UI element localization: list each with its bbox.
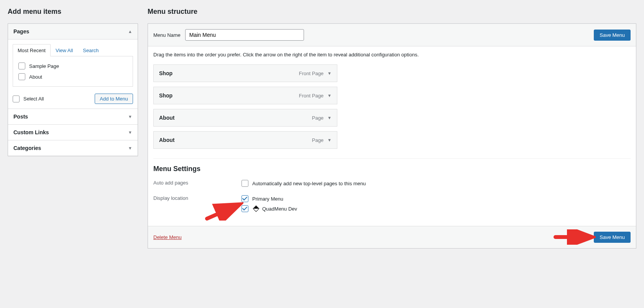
page-item-sample: Sample Page bbox=[18, 63, 127, 69]
caret-down-icon: ▼ bbox=[128, 130, 132, 135]
page-item-label: Sample Page bbox=[29, 63, 59, 69]
menu-settings: Menu Settings Auto add pages Automatical… bbox=[153, 158, 631, 215]
save-menu-button-top[interactable]: Save Menu bbox=[594, 30, 631, 41]
tab-view-all[interactable]: View All bbox=[51, 44, 78, 56]
chevron-down-icon[interactable]: ▼ bbox=[327, 93, 332, 98]
caret-down-icon: ▼ bbox=[128, 146, 132, 150]
tab-most-recent[interactable]: Most Recent bbox=[13, 44, 51, 56]
add-menu-items-heading: Add menu items bbox=[8, 8, 138, 16]
checkbox-sample-page[interactable] bbox=[18, 63, 25, 69]
menu-item-about-1[interactable]: About Page ▼ bbox=[153, 109, 337, 127]
accordion-posts[interactable]: Posts ▼ bbox=[8, 109, 138, 124]
chevron-down-icon[interactable]: ▼ bbox=[327, 71, 332, 76]
diamond-icon bbox=[253, 206, 260, 212]
add-to-menu-button[interactable]: Add to Menu bbox=[95, 94, 133, 104]
menu-edit-panel: Menu Name Save Menu Drag the items into … bbox=[148, 23, 636, 249]
chevron-down-icon[interactable]: ▼ bbox=[327, 115, 332, 120]
menu-item-title: Shop bbox=[159, 70, 172, 76]
caret-up-icon: ▲ bbox=[128, 29, 132, 34]
auto-add-row: Auto add pages Automatically add new top… bbox=[153, 180, 631, 190]
add-row: Select All Add to Menu bbox=[13, 94, 133, 104]
menu-name-label: Menu Name bbox=[153, 32, 181, 38]
display-location-row: Display location Primary Menu QuadMenu D… bbox=[153, 195, 631, 215]
checkbox-quadmenu-dev[interactable] bbox=[242, 205, 248, 212]
menu-item-title: About bbox=[159, 137, 174, 143]
select-all-label: Select All bbox=[23, 96, 44, 102]
menu-item-shop-1[interactable]: Shop Front Page ▼ bbox=[153, 64, 337, 82]
select-all-row: Select All bbox=[13, 96, 44, 102]
menu-name-input[interactable] bbox=[185, 29, 304, 41]
accordion-posts-label: Posts bbox=[13, 114, 28, 120]
location-quadmenu-label: QuadMenu Dev bbox=[262, 206, 297, 212]
page-item-about: About bbox=[18, 73, 127, 80]
location-primary-label: Primary Menu bbox=[252, 196, 283, 202]
tab-panel: Sample Page About bbox=[13, 56, 133, 87]
menu-item-type: Page bbox=[312, 115, 324, 121]
menu-body: Drag the items into the order you prefer… bbox=[148, 46, 636, 226]
checkbox-primary-menu[interactable] bbox=[242, 195, 248, 202]
accordion-custom-links[interactable]: Custom Links ▼ bbox=[8, 124, 138, 140]
menu-item-title: About bbox=[159, 115, 174, 121]
tabs: Most Recent View All Search bbox=[13, 44, 133, 56]
auto-add-checkbox-label: Automatically add new top-level pages to… bbox=[252, 181, 366, 186]
menu-instructions: Drag the items into the order you prefer… bbox=[153, 52, 631, 58]
menu-structure-heading: Menu structure bbox=[148, 8, 636, 16]
menu-item-type: Front Page bbox=[299, 71, 324, 76]
menu-header: Menu Name Save Menu bbox=[148, 24, 636, 46]
menu-item-type: Page bbox=[312, 137, 324, 143]
accordion-pages-body: Most Recent View All Search Sample Page … bbox=[8, 40, 138, 109]
menu-item-about-2[interactable]: About Page ▼ bbox=[153, 131, 337, 149]
accordion-categories[interactable]: Categories ▼ bbox=[8, 140, 138, 156]
checkbox-auto-add[interactable] bbox=[242, 180, 248, 187]
page-item-label: About bbox=[29, 74, 42, 80]
caret-down-icon: ▼ bbox=[128, 114, 132, 119]
accordion-pages[interactable]: Pages ▲ bbox=[8, 24, 138, 40]
menu-item-title: Shop bbox=[159, 92, 172, 99]
menu-settings-heading: Menu Settings bbox=[153, 165, 631, 173]
menu-item-type: Front Page bbox=[299, 93, 324, 99]
menu-item-shop-2[interactable]: Shop Front Page ▼ bbox=[153, 87, 337, 104]
save-menu-button-bottom[interactable]: Save Menu bbox=[594, 232, 631, 243]
checkbox-select-all[interactable] bbox=[13, 96, 20, 102]
checkbox-about[interactable] bbox=[18, 73, 25, 80]
display-location-label: Display location bbox=[153, 195, 242, 201]
chevron-down-icon[interactable]: ▼ bbox=[327, 138, 332, 142]
delete-menu-link[interactable]: Delete Menu bbox=[153, 234, 182, 240]
menu-footer: Delete Menu Save Menu bbox=[148, 226, 636, 248]
accordion-categories-label: Categories bbox=[13, 145, 41, 151]
accordion-custom-links-label: Custom Links bbox=[13, 129, 49, 135]
tab-search[interactable]: Search bbox=[78, 44, 104, 56]
accordion-pages-label: Pages bbox=[13, 28, 29, 35]
auto-add-label: Auto add pages bbox=[153, 180, 242, 186]
accordion-container: Pages ▲ Most Recent View All Search Samp… bbox=[8, 23, 138, 156]
